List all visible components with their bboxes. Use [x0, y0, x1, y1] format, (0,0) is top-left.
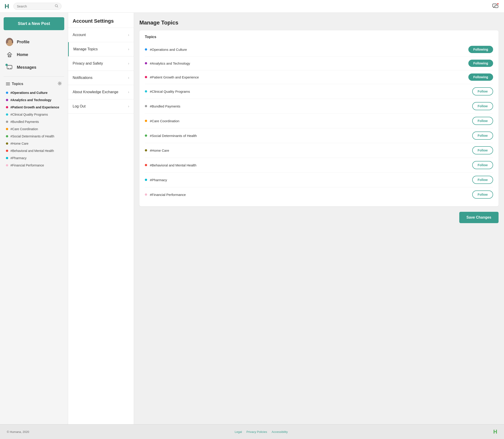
follow-button[interactable]: Follow: [472, 161, 493, 169]
settings-title: Account Settings: [68, 13, 134, 28]
follow-button[interactable]: Follow: [472, 132, 493, 140]
footer-link[interactable]: Privacy Policies: [246, 430, 267, 434]
table-row: #Social Determinants of Health Follow: [145, 128, 493, 143]
topic-name: #Home Care: [150, 148, 169, 152]
sidebar-topic-item[interactable]: #Analytics and Technology: [4, 97, 64, 103]
following-button[interactable]: Following: [468, 46, 493, 53]
topic-name: #Social Determinants of Health: [150, 134, 197, 138]
topic-dot: [145, 76, 147, 78]
start-post-button[interactable]: Start a New Post: [4, 17, 64, 30]
topic-name: #Bundled Payments: [150, 104, 180, 108]
settings-menu-item[interactable]: Log Out ›: [68, 99, 134, 114]
follow-button[interactable]: Follow: [472, 102, 493, 110]
sidebar-topic-item[interactable]: #Social Determinants of Health: [4, 133, 64, 140]
save-changes-button[interactable]: Save Changes: [459, 212, 499, 223]
chevron-right-icon: ›: [128, 104, 129, 108]
sidebar-topic-item[interactable]: #Clinical Quality Programs: [4, 111, 64, 118]
topic-name: #Home Care: [11, 142, 28, 145]
nav-item-home[interactable]: Home: [4, 48, 64, 61]
table-row: #Analytics and Technology Following: [145, 56, 493, 70]
sidebar-topic-item[interactable]: #Financial Performance: [4, 162, 64, 169]
table-row: #Home Care Follow: [145, 143, 493, 158]
topic-dot: [6, 142, 8, 145]
settings-panel: Account Settings Account › Manage Topics…: [68, 13, 134, 424]
sidebar-topic-item[interactable]: #Patient Growth and Experience: [4, 104, 64, 111]
topic-row-left: #Analytics and Technology: [145, 61, 190, 65]
chevron-right-icon: ›: [128, 47, 129, 51]
follow-button[interactable]: Follow: [472, 146, 493, 154]
messages-dot: [5, 64, 8, 66]
topic-row-left: #Care Coordination: [145, 119, 179, 123]
gear-icon[interactable]: [57, 81, 62, 87]
topic-dot: [145, 179, 147, 181]
chat-button[interactable]: [491, 2, 499, 11]
svg-rect-4: [8, 55, 11, 57]
sidebar-topic-item[interactable]: #Pharmacy: [4, 155, 64, 161]
settings-menu-item[interactable]: Notifications ›: [68, 71, 134, 85]
topic-dot: [145, 48, 147, 50]
table-row: #Patient Growth and Experience Following: [145, 70, 493, 84]
follow-button[interactable]: Follow: [472, 176, 493, 184]
topic-name: #Patient Growth and Experience: [11, 105, 59, 109]
topic-dot: [145, 105, 147, 107]
home-label: Home: [17, 52, 28, 57]
topics-card-header: Topics: [145, 35, 493, 39]
profile-label: Profile: [17, 40, 29, 44]
settings-item-label: Notifications: [73, 76, 92, 80]
follow-button[interactable]: Follow: [472, 191, 493, 199]
top-nav: H: [0, 0, 504, 13]
topic-dot: [145, 134, 147, 137]
chevron-right-icon: ›: [128, 33, 129, 37]
chevron-right-icon: ›: [128, 90, 129, 94]
sidebar-topic-item[interactable]: #Behavioral and Mental Health: [4, 147, 64, 154]
footer-link[interactable]: Accessibility: [272, 430, 288, 434]
topic-row-left: #Pharmacy: [145, 178, 167, 182]
following-button[interactable]: Following: [468, 60, 493, 67]
settings-item-label: Log Out: [73, 104, 86, 108]
table-row: #Behavioral and Mental Health Follow: [145, 158, 493, 172]
follow-button[interactable]: Follow: [472, 117, 493, 125]
nav-right: [491, 2, 499, 11]
left-sidebar: Start a New Post Profile Home: [0, 13, 68, 424]
topic-row-left: #Home Care: [145, 148, 169, 152]
settings-menu-item[interactable]: Privacy and Safety ›: [68, 56, 134, 71]
manage-topics-panel: Manage Topics Topics #Operations and Cul…: [134, 13, 504, 424]
topics-list: #Operations and Culture Following #Analy…: [145, 43, 493, 202]
topic-name: #Pharmacy: [150, 178, 167, 182]
settings-menu-item[interactable]: About Knowledge Exchange ›: [68, 85, 134, 99]
topic-name: #Clinical Quality Programs: [150, 90, 190, 93]
sidebar-divider: [4, 76, 64, 77]
nav-item-messages[interactable]: Messages: [4, 61, 64, 74]
footer-logo: H: [493, 428, 497, 435]
settings-item-label: Manage Topics: [73, 47, 98, 51]
following-button[interactable]: Following: [468, 73, 493, 81]
topic-dot: [145, 164, 147, 166]
topic-name: #Financial Performance: [11, 163, 44, 167]
topic-name: #Bundled Payments: [11, 120, 39, 123]
sidebar-topic-item[interactable]: #Home Care: [4, 140, 64, 147]
svg-line-1: [57, 7, 58, 7]
humana-logo: H: [5, 3, 9, 10]
sidebar-topic-item[interactable]: #Operations and Culture: [4, 89, 64, 96]
follow-button[interactable]: Follow: [472, 87, 493, 96]
topic-dot: [6, 99, 8, 101]
table-row: #Bundled Payments Follow: [145, 99, 493, 114]
footer-link[interactable]: Legal: [235, 430, 242, 434]
footer-links: LegalPrivacy PoliciesAccessibility: [235, 430, 288, 434]
messages-icon: [6, 64, 13, 71]
settings-menu-item[interactable]: Account ›: [68, 28, 134, 42]
topic-dot: [6, 128, 8, 130]
search-bar[interactable]: [13, 3, 62, 10]
topic-name: #Clinical Quality Programs: [11, 113, 48, 116]
topic-name: #Operations and Culture: [150, 48, 187, 51]
nav-item-profile[interactable]: Profile: [4, 36, 64, 48]
settings-menu-item[interactable]: Manage Topics ›: [68, 42, 134, 56]
sidebar-topic-item[interactable]: #Care Coordination: [4, 126, 64, 133]
svg-rect-6: [7, 65, 12, 69]
settings-item-label: Account: [73, 33, 86, 37]
topic-row-left: #Patient Growth and Experience: [145, 75, 199, 79]
topic-dot: [6, 150, 8, 152]
topics-card: Topics #Operations and Culture Following…: [139, 30, 499, 206]
sidebar-topic-item[interactable]: #Bundled Payments: [4, 118, 64, 125]
search-input[interactable]: [17, 5, 53, 8]
